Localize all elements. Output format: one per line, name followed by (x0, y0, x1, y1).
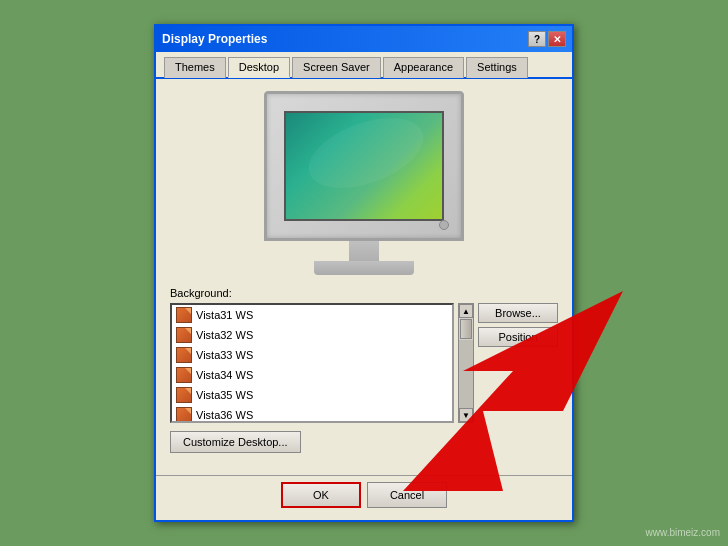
item-label: Vista35 WS (196, 389, 253, 401)
customize-desktop-button[interactable]: Customize Desktop... (170, 431, 301, 453)
list-item[interactable]: Vista36 WS (172, 405, 452, 423)
tab-screen-saver[interactable]: Screen Saver (292, 57, 381, 78)
tab-settings[interactable]: Settings (466, 57, 528, 78)
monitor-stand (314, 261, 414, 275)
item-label: Vista31 WS (196, 309, 253, 321)
scroll-track (459, 340, 473, 408)
list-scrollbar[interactable]: ▲ ▼ (458, 303, 474, 423)
help-button[interactable]: ? (528, 31, 546, 47)
item-label: Vista32 WS (196, 329, 253, 341)
scroll-thumb[interactable] (460, 319, 472, 339)
dialog-content: Background: Vista31 WS Vista32 WS Vista3… (156, 79, 572, 475)
browse-button[interactable]: Browse... (478, 303, 558, 323)
wallpaper-icon (176, 347, 192, 363)
tab-desktop[interactable]: Desktop (228, 57, 290, 78)
item-label: Vista36 WS (196, 409, 253, 421)
wallpaper-icon (176, 407, 192, 423)
tab-themes[interactable]: Themes (164, 57, 226, 78)
customize-row: Customize Desktop... (170, 431, 558, 453)
item-label: Vista34 WS (196, 369, 253, 381)
side-buttons: Browse... Position (478, 303, 558, 347)
tab-appearance[interactable]: Appearance (383, 57, 464, 78)
scroll-down-button[interactable]: ▼ (459, 408, 473, 422)
monitor (264, 91, 464, 275)
watermark: www.bimeiz.com (646, 527, 720, 538)
monitor-body (264, 91, 464, 241)
position-button[interactable]: Position (478, 327, 558, 347)
background-list[interactable]: Vista31 WS Vista32 WS Vista33 WS Vista34… (170, 303, 454, 423)
list-item[interactable]: Vista35 WS (172, 385, 452, 405)
background-label: Background: (170, 287, 558, 299)
tab-bar: Themes Desktop Screen Saver Appearance S… (156, 52, 572, 79)
cancel-button[interactable]: Cancel (367, 482, 447, 508)
item-label: Vista33 WS (196, 349, 253, 361)
title-bar: Display Properties ? ✕ (156, 26, 572, 52)
wallpaper-icon (176, 387, 192, 403)
display-properties-dialog: Display Properties ? ✕ Themes Desktop Sc… (154, 24, 574, 522)
list-item[interactable]: Vista32 WS (172, 325, 452, 345)
wallpaper-icon (176, 307, 192, 323)
monitor-screen (284, 111, 444, 221)
monitor-power-button (439, 220, 449, 230)
list-item[interactable]: Vista33 WS (172, 345, 452, 365)
wallpaper-icon (176, 327, 192, 343)
scroll-up-button[interactable]: ▲ (459, 304, 473, 318)
monitor-base (264, 241, 464, 275)
close-button[interactable]: ✕ (548, 31, 566, 47)
list-item[interactable]: Vista31 WS (172, 305, 452, 325)
dialog-title: Display Properties (162, 32, 267, 46)
list-item[interactable]: Vista34 WS (172, 365, 452, 385)
monitor-preview (170, 91, 558, 275)
ok-button[interactable]: OK (281, 482, 361, 508)
wallpaper-icon (176, 367, 192, 383)
title-bar-buttons: ? ✕ (528, 31, 566, 47)
dialog-footer: OK Cancel (156, 475, 572, 520)
background-row: Vista31 WS Vista32 WS Vista33 WS Vista34… (170, 303, 558, 423)
monitor-neck (349, 241, 379, 261)
